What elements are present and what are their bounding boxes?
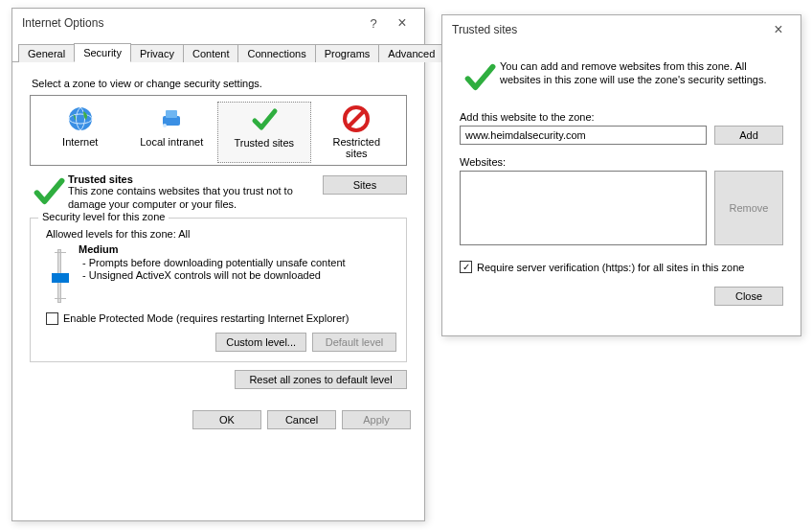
websites-label: Websites: (460, 156, 783, 168)
svg-point-4 (163, 124, 167, 127)
tab-connections[interactable]: Connections (237, 44, 315, 62)
checkmark-icon (30, 173, 68, 212)
tab-advanced[interactable]: Advanced (378, 44, 444, 62)
level-desc-1: - Prompts before downloading potentially… (82, 257, 396, 270)
intranet-icon (128, 104, 216, 134)
slider-thumb[interactable] (52, 273, 69, 283)
trusted-sites-window: Trusted sites × You can add and remove w… (441, 14, 801, 336)
zone-label: Internet (36, 136, 124, 148)
sites-button[interactable]: Sites (323, 175, 407, 195)
zone-restricted-sites[interactable]: Restrictedsites (311, 102, 403, 163)
ts-description: You can add and remove websites from thi… (500, 59, 783, 94)
help-icon[interactable]: ? (359, 13, 388, 33)
svg-rect-3 (166, 110, 177, 118)
tab-content[interactable]: Content (183, 44, 239, 62)
tab-programs[interactable]: Programs (315, 44, 380, 62)
io-dialog-buttons: OK Cancel Apply (12, 401, 424, 441)
svg-point-0 (69, 107, 92, 130)
zone-label: Local intranet (128, 136, 216, 148)
close-icon[interactable]: × (764, 20, 793, 39)
reset-all-zones-button[interactable]: Reset all zones to default level (235, 370, 407, 389)
trusted-title: Trusted sites (68, 173, 315, 185)
remove-button[interactable]: Remove (714, 171, 783, 245)
ok-button[interactable]: OK (192, 410, 261, 429)
restricted-icon (313, 104, 401, 134)
io-titlebar: Internet Options ? × (12, 9, 424, 37)
close-button[interactable]: Close (714, 287, 783, 306)
add-website-label: Add this website to the zone: (460, 111, 783, 123)
add-button[interactable]: Add (714, 126, 783, 145)
allowed-levels-text: Allowed levels for this zone: All (46, 228, 396, 240)
custom-level-button[interactable]: Custom level... (215, 333, 306, 352)
svg-line-6 (349, 111, 364, 127)
io-body: Select a zone to view or change security… (12, 62, 424, 401)
protected-mode-label: Enable Protected Mode (requires restarti… (63, 312, 349, 324)
trusted-description: This zone contains websites that you tru… (68, 185, 315, 212)
close-icon[interactable]: × (388, 13, 417, 33)
checkmark-icon (460, 59, 500, 94)
zone-label: Restrictedsites (313, 136, 401, 159)
default-level-button[interactable]: Default level (312, 333, 396, 352)
zone-local-intranet[interactable]: Local intranet (126, 102, 218, 163)
tab-security[interactable]: Security (74, 43, 131, 62)
require-https-checkbox[interactable]: ✓ (460, 261, 472, 273)
require-https-label: Require server verification (https:) for… (477, 262, 744, 273)
level-desc-2: - Unsigned ActiveX controls will not be … (82, 269, 396, 283)
cancel-button[interactable]: Cancel (267, 410, 336, 429)
io-title: Internet Options (22, 16, 359, 30)
tab-general[interactable]: General (18, 44, 75, 62)
globe-icon (36, 104, 124, 134)
zone-instruction: Select a zone to view or change security… (32, 78, 411, 89)
security-level-slider[interactable] (40, 243, 79, 303)
protected-mode-checkbox[interactable] (46, 312, 58, 325)
io-tabstrip: General Security Privacy Content Connect… (12, 41, 424, 62)
apply-button[interactable]: Apply (342, 410, 411, 429)
add-website-input[interactable] (460, 126, 707, 145)
ts-titlebar: Trusted sites × (442, 15, 801, 44)
internet-options-window: Internet Options ? × General Security Pr… (11, 8, 425, 521)
zone-internet[interactable]: Internet (34, 102, 126, 163)
zone-label: Trusted sites (220, 137, 308, 149)
tab-privacy[interactable]: Privacy (130, 44, 184, 62)
trusted-zone-summary: Trusted sites This zone contains website… (30, 173, 407, 212)
zone-trusted-sites[interactable]: Trusted sites (217, 102, 311, 163)
zone-list: Internet Local intranet Trusted sites Re… (30, 95, 407, 166)
websites-listbox[interactable] (460, 171, 707, 245)
level-name: Medium (79, 243, 396, 255)
security-level-group: Security level for this zone Allowed lev… (30, 218, 407, 362)
checkmark-icon (220, 104, 308, 135)
ts-body: You can add and remove websites from thi… (442, 44, 801, 319)
group-title: Security level for this zone (38, 211, 169, 222)
ts-title: Trusted sites (452, 23, 764, 36)
